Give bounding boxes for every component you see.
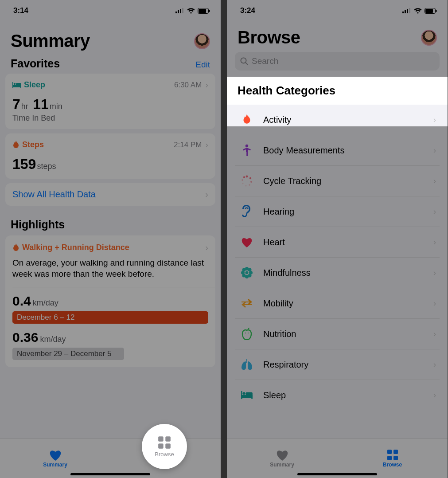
svg-point-43 (242, 274, 246, 278)
svg-rect-24 (425, 9, 433, 13)
flame-icon (12, 243, 19, 252)
svg-point-48 (248, 333, 249, 333)
tab-summary-label: Summary (43, 462, 67, 468)
tab-bar: Summary Browse (227, 438, 448, 478)
svg-rect-18 (165, 443, 171, 449)
svg-point-42 (248, 268, 252, 272)
svg-rect-53 (387, 450, 392, 454)
category-body-measurements[interactable]: Body Measurements › (235, 135, 440, 166)
steps-card[interactable]: Steps 2:14 PM › 159steps (5, 133, 215, 179)
apple-icon (238, 327, 255, 341)
tab-summary[interactable]: Summary (0, 439, 110, 478)
svg-point-28 (245, 145, 248, 147)
status-bar: 3:14 (0, 0, 221, 19)
svg-point-26 (241, 58, 246, 63)
category-mobility[interactable]: Mobility › (235, 288, 440, 319)
highlight-body: On average, your walking and running dis… (12, 257, 208, 280)
search-icon (240, 57, 248, 65)
svg-rect-21 (407, 9, 408, 13)
svg-point-47 (245, 333, 246, 333)
tab-browse-label: Browse (383, 462, 402, 468)
chevron-right-icon: › (433, 299, 436, 308)
svg-rect-2 (180, 9, 181, 13)
svg-rect-6 (209, 10, 210, 12)
svg-point-32 (249, 184, 250, 186)
svg-rect-54 (393, 450, 398, 454)
heart-icon (238, 235, 255, 249)
sleep-sub: Time In Bed (12, 114, 208, 123)
hl-unit-1: km/day (33, 298, 58, 307)
svg-rect-0 (175, 12, 177, 13)
svg-point-31 (250, 181, 252, 183)
cellular-icon (402, 8, 411, 13)
battery-icon (198, 8, 210, 14)
category-hearing[interactable]: Hearing › (235, 196, 440, 227)
title-bar: Browse (227, 19, 448, 51)
svg-rect-1 (178, 10, 179, 13)
chevron-right-icon: › (433, 391, 436, 400)
ear-icon (238, 204, 255, 219)
svg-point-44 (248, 274, 252, 278)
show-all-health-data[interactable]: Show All Health Data › (5, 183, 215, 206)
hl-unit-2: km/day (40, 335, 66, 344)
chevron-right-icon: › (205, 140, 208, 150)
svg-rect-22 (409, 8, 410, 13)
svg-rect-20 (405, 10, 406, 13)
steps-value: 159 (12, 156, 36, 172)
svg-point-52 (243, 392, 245, 395)
svg-point-35 (242, 179, 243, 181)
chevron-right-icon: › (205, 243, 208, 253)
category-respiratory[interactable]: Respiratory › (235, 349, 440, 380)
category-label: Mobility (263, 298, 433, 309)
category-mindfulness[interactable]: Mindfulness › (235, 258, 440, 288)
category-heart[interactable]: Heart › (235, 227, 440, 258)
category-label: Cycle Tracking (263, 176, 433, 186)
tab-summary[interactable]: Summary (227, 439, 337, 478)
bed-icon (12, 82, 21, 88)
chevron-right-icon: › (433, 238, 436, 247)
category-nutrition[interactable]: Nutrition › (235, 319, 440, 349)
category-sleep[interactable]: Sleep › (235, 380, 440, 410)
profile-avatar[interactable] (421, 30, 437, 46)
svg-rect-25 (436, 10, 437, 12)
svg-rect-50 (241, 395, 253, 398)
wifi-icon (414, 8, 422, 14)
svg-point-36 (243, 176, 245, 178)
status-time: 3:14 (13, 6, 28, 15)
category-cycle-tracking[interactable]: Cycle Tracking › (235, 166, 440, 196)
browse-callout[interactable]: Browse (142, 424, 187, 469)
chevron-right-icon: › (205, 80, 208, 90)
svg-point-30 (249, 177, 251, 179)
edit-button[interactable]: Edit (195, 60, 210, 70)
lungs-icon (238, 357, 255, 372)
flame-icon (238, 113, 255, 127)
highlights-header: Highlights (0, 210, 221, 235)
category-activity[interactable]: Activity › (235, 105, 440, 135)
sleep-time: 6:30 AM (174, 81, 202, 90)
category-label: Body Measurements (263, 145, 433, 156)
search-input[interactable]: Search (235, 52, 440, 71)
chevron-right-icon: › (433, 146, 436, 155)
svg-point-29 (246, 176, 248, 178)
svg-point-46 (245, 271, 249, 274)
svg-point-10 (14, 82, 16, 85)
svg-rect-5 (199, 9, 206, 13)
hl-value-1: 0.4 (12, 294, 31, 308)
category-label: Mindfulness (263, 268, 433, 278)
highlight-card[interactable]: Walking + Running Distance › On average,… (5, 235, 215, 367)
tab-browse[interactable]: Browse (337, 439, 448, 478)
category-label: Respiratory (263, 360, 433, 370)
svg-point-34 (242, 183, 243, 184)
profile-avatar[interactable] (194, 33, 210, 49)
browse-callout-label: Browse (155, 451, 174, 458)
chevron-right-icon: › (433, 207, 436, 216)
sleep-card[interactable]: Sleep 6:30 AM › 7hr 11min Time In Bed (5, 74, 215, 129)
search-placeholder: Search (252, 56, 278, 66)
wifi-icon (187, 8, 195, 14)
svg-rect-15 (158, 436, 164, 442)
home-indicator[interactable] (70, 473, 150, 475)
svg-rect-8 (12, 85, 21, 87)
steps-label: Steps (22, 140, 44, 149)
home-indicator[interactable] (297, 473, 377, 475)
sleep-hr-unit: hr (21, 102, 28, 111)
